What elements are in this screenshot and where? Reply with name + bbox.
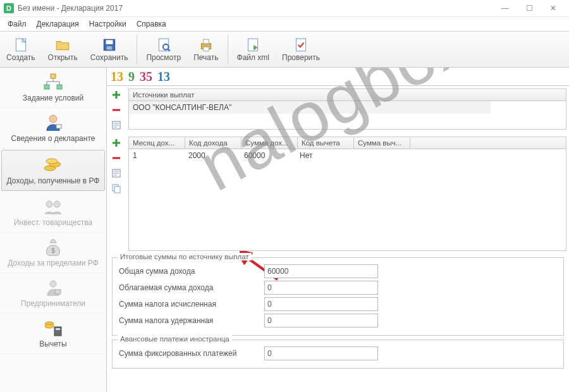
diagram-icon <box>42 73 64 92</box>
menu-file[interactable]: Файл <box>3 18 32 30</box>
menu-declaration[interactable]: Декларация <box>32 18 84 30</box>
remove-source-button[interactable] <box>110 104 123 116</box>
minus-icon <box>111 105 121 115</box>
preview-icon <box>156 37 172 53</box>
sidebar-item-income-rf[interactable]: Доходы, полученные в РФ <box>1 150 105 191</box>
svg-point-27 <box>45 324 54 328</box>
cell-dsum <box>352 149 407 162</box>
save-icon <box>101 37 118 53</box>
col-dsum[interactable]: Сумма выч... <box>354 137 410 149</box>
toolbar-open[interactable]: Открыть <box>42 34 84 64</box>
taxable-input[interactable] <box>264 281 378 295</box>
toolbar: Создать Открыть Сохранить Просмотр Печат… <box>0 32 569 68</box>
sidebar-item-declarant[interactable]: Сведения о декларанте <box>0 108 106 149</box>
minus-icon <box>111 153 121 163</box>
toolbar-preview[interactable]: Просмотр <box>140 34 187 64</box>
fixed-input[interactable] <box>264 346 378 360</box>
totals-legend: Итоговые суммы по источнику выплат <box>118 253 252 260</box>
toolbar-save-label: Сохранить <box>90 53 128 62</box>
svg-rect-3 <box>106 40 113 44</box>
add-income-button[interactable] <box>110 137 123 149</box>
income-table-body[interactable]: 1 2000 60000 Нет <box>129 149 566 250</box>
svg-rect-29 <box>56 328 60 330</box>
check-icon <box>293 37 309 53</box>
toolbar-create[interactable]: Создать <box>0 34 42 64</box>
moneybag-icon: $ <box>42 238 64 257</box>
toolbar-print[interactable]: Печать <box>187 34 224 64</box>
rate-tab-9[interactable]: 9 <box>128 70 135 84</box>
toolbar-create-label: Создать <box>6 53 35 62</box>
withheld-label: Сумма налога удержанная <box>119 316 264 325</box>
businessman-icon <box>42 278 64 297</box>
svg-rect-25 <box>55 290 61 294</box>
rate-tab-13[interactable]: 13 <box>111 70 123 84</box>
toolbar-check[interactable]: Проверить <box>276 34 326 64</box>
sidebar-item-label: Задание условий <box>23 94 83 102</box>
source-row[interactable]: ООО "КОНСАЛТИНГ-ВЕЛА" <box>129 101 491 114</box>
edit-source-button[interactable] <box>110 119 123 132</box>
plus-icon <box>111 90 121 100</box>
svg-rect-12 <box>296 39 305 51</box>
col-code[interactable]: Код дохода <box>185 137 242 149</box>
col-dcode[interactable]: Код вычета <box>298 137 354 149</box>
add-source-button[interactable] <box>110 89 123 101</box>
maximize-button[interactable]: ☐ <box>517 1 541 15</box>
taxable-label: Облагаемая сумма дохода <box>119 283 264 292</box>
toolbar-open-label: Открыть <box>48 53 78 62</box>
svg-point-20 <box>46 159 58 164</box>
sidebar-item-label: Вычеты <box>39 340 66 348</box>
sources-list[interactable]: ООО "КОНСАЛТИНГ-ВЕЛА" <box>128 101 566 130</box>
sidebar-item-entrepreneur[interactable]: Предприниматели <box>0 273 106 314</box>
copy-icon <box>111 183 121 193</box>
close-button[interactable]: ✕ <box>541 1 565 15</box>
total-income-input[interactable] <box>264 264 378 278</box>
sidebar-item-income-abroad[interactable]: $ Доходы за пределами РФ <box>0 233 106 273</box>
sidebar-item-invest[interactable]: Инвест. товарищества <box>0 192 106 233</box>
col-sum[interactable]: Сумма дох... <box>242 137 298 149</box>
new-file-icon <box>13 37 29 53</box>
edit-income-button[interactable] <box>110 167 123 180</box>
rate-tab-13b[interactable]: 13 <box>157 70 170 84</box>
svg-point-16 <box>49 115 57 123</box>
person-icon <box>42 113 64 132</box>
svg-text:$: $ <box>51 247 55 254</box>
toolbar-save[interactable]: Сохранить <box>84 34 135 64</box>
svg-rect-4 <box>106 46 112 49</box>
toolbar-xml[interactable]: Файл xml <box>231 34 276 64</box>
window-title: Без имени - Декларация 2017 <box>18 4 123 13</box>
svg-point-21 <box>46 201 52 207</box>
table-row[interactable]: 1 2000 60000 Нет <box>129 149 566 162</box>
calc-label: Сумма налога исчисленная <box>119 300 264 309</box>
svg-rect-17 <box>56 125 61 128</box>
sidebar: Задание условий Сведения о декларанте До… <box>0 68 107 392</box>
sources-header: Источники выплат <box>128 89 566 101</box>
sidebar-item-conditions[interactable]: Задание условий <box>0 68 106 108</box>
calc-input[interactable] <box>264 297 378 311</box>
copy-income-button[interactable] <box>110 182 123 195</box>
content: nalogbox.ru 13 9 35 13 Источники выплат … <box>107 68 569 392</box>
partnership-icon <box>42 197 64 216</box>
remove-income-button[interactable] <box>110 152 123 164</box>
sidebar-item-deductions[interactable]: Вычеты <box>0 314 106 354</box>
toolbar-separator <box>137 35 137 64</box>
sidebar-item-label: Предприниматели <box>21 299 85 308</box>
svg-rect-10 <box>204 47 209 51</box>
advance-fieldset: Авансовые платежи иностранца Сумма фикси… <box>112 340 564 369</box>
edit-icon <box>111 120 121 130</box>
coins-icon <box>42 156 64 175</box>
menu-settings[interactable]: Настройки <box>84 18 132 30</box>
minimize-button[interactable]: — <box>493 1 517 15</box>
svg-point-22 <box>54 201 60 207</box>
advance-legend: Авансовые платежи иностранца <box>118 335 232 343</box>
toolbar-separator <box>228 35 228 64</box>
svg-rect-33 <box>114 187 120 193</box>
menu-help[interactable]: Справка <box>132 18 171 30</box>
svg-rect-14 <box>44 85 49 89</box>
rate-tab-35[interactable]: 35 <box>140 70 152 84</box>
sidebar-item-label: Доходы, полученные в РФ <box>7 176 100 185</box>
sidebar-item-label: Инвест. товарищества <box>14 218 92 227</box>
print-icon <box>198 37 214 53</box>
toolbar-xml-label: Файл xml <box>237 53 270 62</box>
withheld-input[interactable] <box>264 314 378 328</box>
col-month[interactable]: Месяц дох... <box>129 137 185 149</box>
